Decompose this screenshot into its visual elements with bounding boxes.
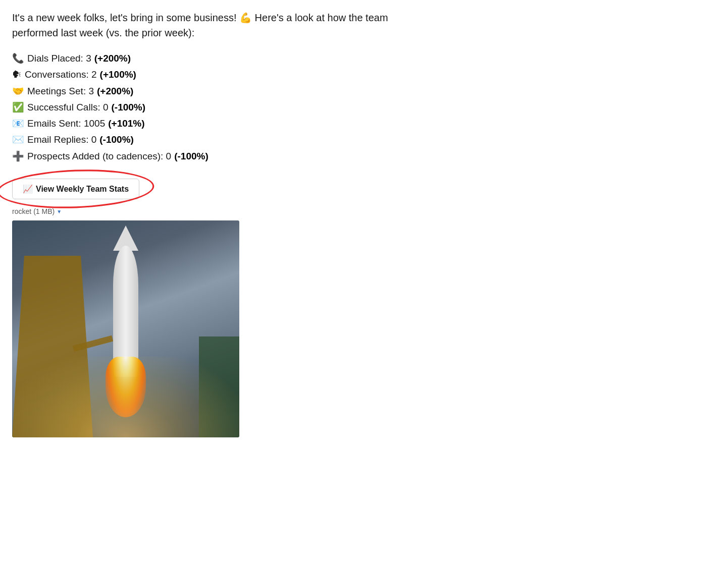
button-container: 📈 View Weekly Team Stats (12, 179, 139, 199)
stat-label: Conversations: 2 (25, 67, 97, 83)
view-weekly-team-stats-button[interactable]: 📈 View Weekly Team Stats (12, 179, 139, 199)
stat-change: (+200%) (94, 50, 131, 67)
stat-icon: 📧 (12, 116, 24, 132)
stat-label: Prospects Added (to cadences): 0 (27, 148, 171, 164)
stat-label: Email Replies: 0 (27, 132, 96, 148)
rocket-smoke (12, 357, 239, 437)
intro-line2: performed last week (vs. the prior week)… (12, 27, 194, 38)
chart-icon: 📈 (23, 184, 33, 194)
stat-icon: 🗣 (12, 67, 22, 83)
attachment-row[interactable]: rocket (1 MB) ▼ (12, 207, 716, 215)
stats-list-item: 📞Dials Placed: 3 (+200%) (12, 50, 716, 67)
stats-list-item: 📧Emails Sent: 1005 (+101%) (12, 116, 716, 132)
stat-change: (-100%) (112, 99, 146, 116)
stat-change: (+100%) (100, 67, 136, 83)
button-label: View Weekly Team Stats (36, 185, 129, 194)
stat-icon: ➕ (12, 148, 24, 164)
attachment-filename: rocket (12, 207, 31, 215)
stat-change: (-100%) (174, 148, 209, 164)
stats-list-item: 🤝Meetings Set: 3 (+200%) (12, 83, 716, 99)
stats-list-item: 🗣Conversations: 2 (+100%) (12, 67, 716, 83)
rocket-image (12, 220, 239, 437)
stat-label: Dials Placed: 3 (27, 50, 91, 67)
stat-label: Successful Calls: 0 (27, 99, 109, 116)
stats-list: 📞Dials Placed: 3 (+200%)🗣Conversations: … (12, 50, 716, 164)
intro-paragraph: It's a new week folks, let's bring in so… (12, 10, 497, 40)
stat-label: Meetings Set: 3 (27, 83, 94, 99)
attachment-size: (1 MB) (33, 207, 55, 215)
stats-list-item: ✉️Email Replies: 0 (-100%) (12, 132, 716, 148)
stat-change: (+200%) (97, 83, 133, 99)
attachment-dropdown-arrow[interactable]: ▼ (57, 209, 62, 214)
stat-icon: 🤝 (12, 83, 24, 99)
stat-label: Emails Sent: 1005 (27, 116, 105, 132)
stat-icon: ✅ (12, 99, 24, 116)
stat-icon: ✉️ (12, 132, 24, 148)
stats-list-item: ➕Prospects Added (to cadences): 0 (-100%… (12, 148, 716, 164)
intro-line1: It's a new week folks, let's bring in so… (12, 12, 388, 23)
stat-change: (-100%) (99, 132, 134, 148)
stats-list-item: ✅Successful Calls: 0 (-100%) (12, 99, 716, 116)
rocket-scene (12, 220, 239, 437)
stat-change: (+101%) (108, 116, 144, 132)
stat-icon: 📞 (12, 50, 24, 67)
